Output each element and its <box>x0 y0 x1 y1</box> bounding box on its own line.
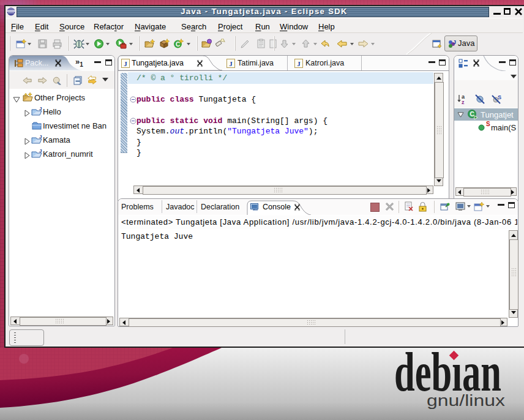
svg-text:J: J <box>297 60 301 67</box>
svg-text:J: J <box>124 60 127 67</box>
svg-text:S: S <box>498 94 501 100</box>
svg-text:J: J <box>39 148 42 154</box>
svg-text:J: J <box>39 106 42 111</box>
svg-text:J: J <box>229 60 233 67</box>
svg-text:J: J <box>39 134 42 140</box>
svg-text:C: C <box>176 41 180 48</box>
svg-text:z: z <box>462 99 465 105</box>
svg-text:C: C <box>470 111 474 118</box>
svg-text:J: J <box>453 39 456 45</box>
svg-text:gnu/linux: gnu/linux <box>427 391 505 410</box>
